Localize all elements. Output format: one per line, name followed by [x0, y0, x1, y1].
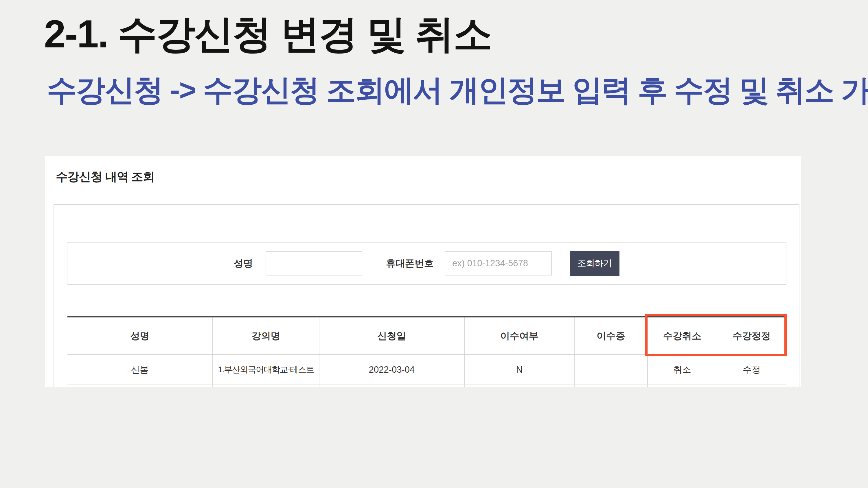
- search-button[interactable]: 조회하기: [570, 251, 619, 276]
- page-subtitle: 수강신청 -> 수강신청 조회에서 개인정보 입력 후 수정 및 취소 가능: [47, 74, 868, 106]
- table-row: 신봄 1.부산외국어대학교-테스트 2022-03-04 N 취소 수정: [67, 355, 786, 385]
- enrollment-lookup-panel: 수강신청 내역 조회 성명 휴대폰번호 조회하기 성명 강의명 신청일 이수여부…: [45, 156, 801, 387]
- panel-title: 수강신청 내역 조회: [56, 169, 155, 185]
- edit-link[interactable]: 수정: [717, 355, 786, 385]
- enrollment-table: 성명 강의명 신청일 이수여부 이수증 수강취소 수강정정 신봄 1.부산외국어…: [67, 316, 786, 387]
- table-header-row: 성명 강의명 신청일 이수여부 이수증 수강취소 수강정정: [67, 318, 786, 355]
- col-header-completed: 이수여부: [464, 318, 574, 354]
- col-header-certificate: 이수증: [574, 318, 647, 354]
- cell-certificate: [574, 355, 647, 385]
- phone-label: 휴대폰번호: [386, 257, 434, 270]
- cell-course: 1.부산외국어대학교-테스트: [212, 355, 319, 385]
- col-header-name: 성명: [67, 318, 212, 354]
- slide-canvas: 2-1. 수강신청 변경 및 취소 수강신청 -> 수강신청 조회에서 개인정보…: [0, 0, 868, 488]
- col-header-cancel: 수강취소: [647, 318, 717, 354]
- name-input[interactable]: [266, 251, 362, 275]
- col-header-date: 신청일: [319, 318, 464, 354]
- table-clipped-row: [67, 385, 786, 387]
- cancel-link[interactable]: 취소: [647, 355, 717, 385]
- col-header-course: 강의명: [212, 318, 319, 354]
- cell-completed: N: [464, 355, 574, 385]
- search-form: 성명 휴대폰번호 조회하기: [67, 242, 786, 285]
- name-label: 성명: [234, 257, 253, 270]
- cell-name: 신봄: [67, 355, 212, 385]
- page-title: 2-1. 수강신청 변경 및 취소: [44, 11, 492, 56]
- cell-date: 2022-03-04: [319, 355, 464, 385]
- col-header-edit: 수강정정: [717, 318, 786, 354]
- phone-input[interactable]: [445, 251, 552, 275]
